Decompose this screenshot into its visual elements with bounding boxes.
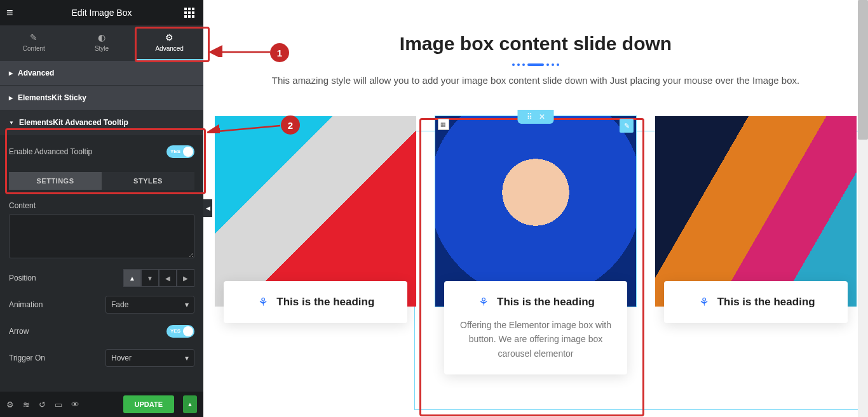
tooltip-content-input[interactable]	[9, 214, 194, 258]
cards-row: ⚘This is the heading ⠿✕ ▦ ✎ ⚘This is the…	[203, 93, 868, 397]
position-label: Position	[9, 274, 36, 282]
contrast-icon: ◐	[98, 32, 105, 43]
caret-right-icon: ▶	[9, 95, 13, 101]
section-sticky-label: ElementsKit Sticky	[18, 93, 86, 102]
section-advanced[interactable]: ▶Advanced	[0, 61, 203, 86]
image-box-2-selected[interactable]: ⠿✕ ▦ ✎ ⚘This is the heading Offering the…	[435, 116, 637, 374]
tab-style[interactable]: ◐Style	[68, 25, 136, 61]
caret-right-icon: ▶	[9, 70, 13, 76]
people-icon: ⚘	[477, 295, 491, 309]
section-tooltip-label: ElementsKit Advanced Tooltip	[19, 118, 128, 127]
card-caption: ⚘This is the heading	[224, 281, 407, 323]
editor-tabs: ✎Content ◐Style ⚙Advanced	[0, 25, 203, 61]
trigger-select[interactable]: Hover▾	[105, 349, 194, 367]
sidebar-header: ≡ Edit Image Box	[0, 0, 203, 25]
widgets-grid-icon[interactable]	[184, 8, 197, 18]
editor-sidebar: ≡ Edit Image Box ✎Content ◐Style ⚙Advanc…	[0, 0, 203, 417]
position-buttons: ▲ ▼ ◀ ▶	[123, 269, 194, 287]
tab-content-label: Content	[23, 45, 45, 52]
history-icon[interactable]: ↺	[39, 400, 46, 409]
annotation-arrow-1	[210, 44, 273, 57]
people-icon: ⚘	[697, 295, 711, 309]
update-label: UPDATE	[135, 400, 163, 408]
content-label: Content	[9, 201, 194, 210]
canvas: Image box content slide down This amazin…	[203, 0, 868, 417]
image-box-3[interactable]: ⚘This is the heading	[655, 116, 857, 374]
menu-icon[interactable]: ≡	[6, 6, 19, 20]
position-right[interactable]: ▶	[177, 269, 194, 287]
card-caption: ⚘This is the heading Offering the Elemen…	[444, 281, 628, 374]
hero-subtitle: This amazing style will allow you to add…	[229, 75, 843, 86]
subtab-settings[interactable]: SETTINGS	[9, 172, 102, 190]
trigger-label: Trigger On	[9, 354, 45, 362]
image-box-1[interactable]: ⚘This is the heading	[215, 116, 416, 374]
card-image	[215, 116, 416, 307]
hero-section: Image box content slide down This amazin…	[203, 25, 868, 93]
position-bottom[interactable]: ▼	[141, 269, 159, 287]
subtab-styles[interactable]: STYLES	[102, 172, 194, 190]
tab-style-label: Style	[95, 45, 109, 52]
section-sticky[interactable]: ▶ElementsKit Sticky	[0, 86, 203, 110]
annotation-callout-2: 2	[281, 116, 300, 135]
card-caption: ⚘This is the heading	[664, 281, 848, 323]
arrow-toggle[interactable]: YES	[166, 325, 194, 338]
card-heading: This is the heading	[497, 296, 595, 308]
enable-tooltip-toggle[interactable]: YES	[166, 145, 194, 158]
animation-select[interactable]: Fade▾	[105, 296, 194, 314]
update-button[interactable]: UPDATE	[123, 395, 174, 413]
preview-icon[interactable]: 👁	[71, 400, 79, 409]
annotation-callout-1: 1	[270, 43, 289, 62]
card-image	[655, 116, 857, 307]
people-icon: ⚘	[256, 295, 270, 309]
navigator-icon[interactable]: ≋	[23, 400, 30, 409]
enable-tooltip-label: Enable Advanced Tooltip	[9, 147, 92, 156]
section-tooltip[interactable]: ▼ElementsKit Advanced Tooltip	[0, 110, 203, 135]
sidebar-footer: ⚙ ≋ ↺ ▭ 👁 UPDATE ▲	[0, 392, 203, 417]
scrollbar-thumb[interactable]	[858, 0, 868, 140]
hero-title: Image box content slide down	[229, 33, 843, 55]
position-left[interactable]: ◀	[159, 269, 177, 287]
card-image	[435, 116, 637, 307]
position-top[interactable]: ▲	[123, 269, 141, 287]
trigger-value: Hover	[111, 354, 132, 362]
section-advanced-label: Advanced	[18, 69, 54, 77]
panel-title: Edit Image Box	[72, 8, 132, 18]
corner-handle[interactable]: ▦	[438, 119, 449, 130]
update-options[interactable]: ▲	[183, 395, 197, 413]
caret-down-icon: ▼	[9, 120, 14, 126]
chevron-down-icon: ▾	[185, 300, 189, 309]
tab-advanced[interactable]: ⚙Advanced	[135, 25, 203, 61]
annotation-arrow-2	[207, 121, 283, 133]
animation-value: Fade	[111, 300, 128, 309]
drag-icon[interactable]: ⠿	[527, 112, 532, 121]
card-heading: This is the heading	[717, 296, 815, 308]
edit-pencil-icon[interactable]: ✎	[620, 119, 634, 133]
scrollbar[interactable]	[858, 0, 868, 417]
widget-handle[interactable]: ⠿✕	[518, 110, 554, 124]
responsive-icon[interactable]: ▭	[55, 400, 62, 409]
settings-icon[interactable]: ⚙	[6, 400, 14, 409]
tooltip-panel: Enable Advanced Tooltip YES SETTINGS STY…	[0, 135, 203, 374]
card-body: Offering the Elementor image box with bu…	[456, 318, 616, 361]
pencil-icon: ✎	[30, 32, 37, 43]
svg-line-1	[210, 126, 280, 132]
card-heading: This is the heading	[276, 296, 374, 308]
divider-dots	[229, 63, 843, 66]
close-icon[interactable]: ✕	[539, 112, 545, 121]
toggle-yes-text: YES	[170, 149, 180, 154]
tab-content[interactable]: ✎Content	[0, 25, 68, 61]
tab-advanced-label: Advanced	[155, 45, 183, 52]
animation-label: Animation	[9, 300, 43, 309]
chevron-down-icon: ▾	[185, 354, 189, 362]
toggle-yes-text: YES	[170, 328, 180, 334]
arrow-label: Arrow	[9, 327, 29, 336]
gear-icon: ⚙	[165, 32, 173, 43]
